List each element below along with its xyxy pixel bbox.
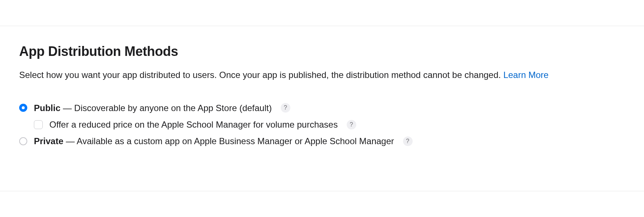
app-distribution-section: App Distribution Methods Select how you … — [0, 26, 644, 191]
content-wrapper: App Distribution Methods Select how you … — [0, 44, 644, 147]
option-public-row: Public — Discoverable by anyone on the A… — [19, 102, 625, 114]
option-public-text: Public — Discoverable by anyone on the A… — [34, 102, 272, 114]
option-private-text: Private — Available as a custom app on A… — [34, 135, 394, 147]
option-private-desc: — Available as a custom app on Apple Bus… — [63, 136, 394, 146]
description-text: Select how you want your app distributed… — [19, 70, 503, 80]
section-description: Select how you want your app distributed… — [19, 69, 625, 82]
help-icon[interactable]: ? — [403, 136, 413, 146]
learn-more-link[interactable]: Learn More — [503, 70, 549, 80]
option-public-sub-label: Offer a reduced price on the Apple Schoo… — [49, 119, 338, 130]
option-public-desc: — Discoverable by anyone on the App Stor… — [60, 103, 272, 113]
help-icon[interactable]: ? — [347, 120, 356, 129]
section-heading: App Distribution Methods — [19, 44, 625, 59]
radio-private[interactable] — [19, 137, 27, 145]
radio-public[interactable] — [19, 104, 27, 112]
help-icon[interactable]: ? — [281, 103, 290, 113]
distribution-options: Public — Discoverable by anyone on the A… — [19, 102, 625, 147]
option-public-label: Public — [34, 103, 60, 113]
option-private-row: Private — Available as a custom app on A… — [19, 135, 625, 147]
checkbox-reduced-price[interactable] — [34, 120, 43, 129]
option-private-label: Private — [34, 136, 63, 146]
option-public-sub-row: Offer a reduced price on the Apple Schoo… — [34, 119, 625, 130]
